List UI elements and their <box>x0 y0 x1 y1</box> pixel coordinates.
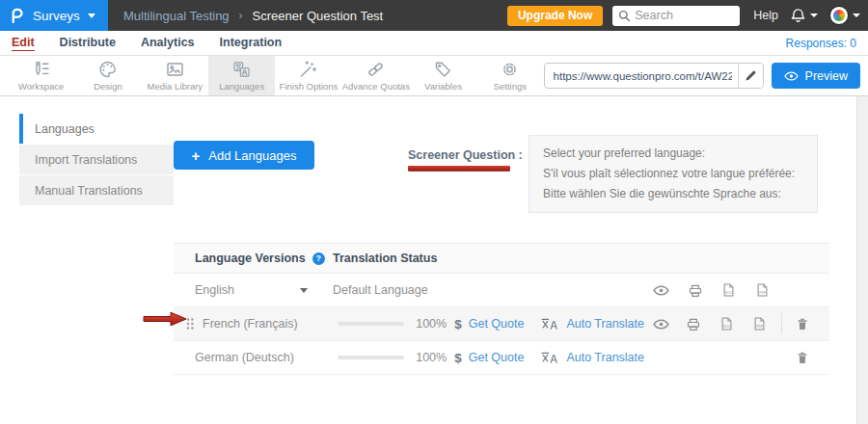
survey-url-input[interactable] <box>545 70 738 82</box>
search-input[interactable] <box>635 9 731 22</box>
get-quote-link[interactable]: Get Quote <box>469 351 525 364</box>
sidebar-item-manual-translations[interactable]: Manual Translations <box>19 175 174 205</box>
responses-count[interactable]: Responses: 0 <box>786 37 856 50</box>
tool-label: Design <box>94 81 122 92</box>
auto-translate-icon <box>540 318 559 331</box>
status-cell: Default Language DOC <box>333 282 820 298</box>
upgrade-now-button[interactable]: Upgrade Now <box>507 6 603 26</box>
help-icon[interactable]: ? <box>312 252 325 265</box>
screener-line-de: Bitte wählen Sie die gewünschte Sprache … <box>543 184 803 204</box>
language-name-cell: French (Français) <box>174 317 333 331</box>
sidebar-item-import-translations[interactable]: Import Translations <box>19 145 174 174</box>
language-name: English <box>195 283 234 297</box>
tool-label: Settings <box>494 81 527 92</box>
svg-text:PDF: PDF <box>759 291 767 295</box>
language-dropdown-caret[interactable] <box>300 288 308 293</box>
questionpro-logo-icon <box>10 7 25 24</box>
svg-text:DOC: DOC <box>722 325 730 329</box>
preview-eye-icon[interactable] <box>644 284 678 297</box>
table-header-row: Language Versions ? Translation Status <box>174 243 829 274</box>
breadcrumb: Multilingual Testing › Screener Question… <box>123 9 383 23</box>
help-link[interactable]: Help <box>753 9 778 22</box>
header-language-label: Language Versions <box>195 252 306 265</box>
content-area: Languages Import Translations Manual Tra… <box>0 96 868 424</box>
tool-design[interactable]: Design <box>74 56 141 95</box>
right-scroll-gutter[interactable] <box>856 96 868 424</box>
tool-finish-options[interactable]: Finish Options <box>275 56 341 95</box>
svg-text:DOC: DOC <box>725 291 733 295</box>
tool-label: Finish Options <box>280 81 339 92</box>
screener-line-en: Select your preferred language: <box>543 144 803 164</box>
account-menu[interactable] <box>829 6 860 25</box>
sidebar-item-label: Manual Translations <box>35 184 143 198</box>
add-languages-button[interactable]: + Add Languages <box>174 141 314 170</box>
red-arrow-annotation <box>143 310 187 328</box>
print-icon[interactable] <box>677 317 710 331</box>
get-quote-link[interactable]: Get Quote <box>469 317 525 331</box>
print-icon[interactable] <box>678 283 712 298</box>
auto-translate-link[interactable]: Auto Translate <box>566 351 644 364</box>
row-actions: DOC PDF <box>644 313 820 334</box>
survey-url-group: Preview <box>544 56 868 95</box>
progress-percent: 100% <box>416 317 447 331</box>
search-icon <box>618 10 631 22</box>
section-nav: Edit Distribute Analytics Integration Re… <box>0 31 868 56</box>
translation-progress-bar <box>338 356 404 359</box>
tab-analytics[interactable]: Analytics <box>141 36 195 50</box>
doc-icon[interactable]: DOC <box>712 282 746 298</box>
tab-integration[interactable]: Integration <box>220 36 283 50</box>
actions-divider <box>781 313 782 334</box>
tool-advance-quotas[interactable]: Advance Quotas <box>342 56 410 95</box>
auto-translate-link[interactable]: Auto Translate <box>566 317 644 331</box>
top-bar: Surveys Multilingual Testing › Screener … <box>0 0 868 31</box>
sidebar-item-label: Languages <box>35 122 95 136</box>
header-translation-status: Translation Status <box>333 252 820 265</box>
preview-eye-icon[interactable] <box>644 318 677 331</box>
tag-icon <box>433 60 453 79</box>
svg-text:PDF: PDF <box>756 325 764 329</box>
breadcrumb-survey-title: Screener Question Test <box>253 9 384 23</box>
tool-media-library[interactable]: Media Library <box>142 56 208 95</box>
preview-button[interactable]: Preview <box>772 63 860 89</box>
tool-workspace[interactable]: Workspace <box>8 56 74 95</box>
notifications-menu[interactable] <box>790 8 818 24</box>
chevron-down-icon <box>810 13 818 17</box>
pdf-icon[interactable]: PDF <box>743 316 775 331</box>
languages-sidebar: Languages Import Translations Manual Tra… <box>19 96 174 424</box>
delete-trash-icon[interactable] <box>784 351 820 365</box>
header-status-label: Translation Status <box>333 252 437 265</box>
tab-distribute[interactable]: Distribute <box>60 36 116 50</box>
edit-url-button[interactable] <box>738 64 763 88</box>
search-box[interactable] <box>612 6 740 26</box>
tool-settings[interactable]: Settings <box>476 56 543 95</box>
screener-question-box: Select your preferred language: S'il vou… <box>529 135 818 213</box>
surveys-menu[interactable]: Surveys <box>0 0 108 31</box>
breadcrumb-folder[interactable]: Multilingual Testing <box>123 9 230 23</box>
default-language-label: Default Language <box>333 283 428 297</box>
tool-variables[interactable]: Variables <box>410 56 476 95</box>
magic-wand-icon <box>298 60 318 79</box>
breadcrumb-separator: › <box>239 9 243 22</box>
table-row-english: English Default Language <box>174 274 829 307</box>
survey-url-box <box>544 63 764 89</box>
chain-links-icon <box>366 60 386 79</box>
table-row-french: French (Français) 100% $ Get Quote Auto … <box>174 307 829 341</box>
tool-label: Languages <box>219 81 264 92</box>
progress-percent: 100% <box>416 351 447 364</box>
tab-edit[interactable]: Edit <box>12 36 35 51</box>
pdf-icon[interactable]: PDF <box>746 282 779 298</box>
eye-icon <box>784 70 799 82</box>
doc-icon[interactable]: DOC <box>710 316 743 331</box>
product-name: Surveys <box>33 9 80 23</box>
actions-divider <box>781 347 782 368</box>
sidebar-item-languages[interactable]: Languages <box>19 114 174 144</box>
translate-icon <box>231 60 252 79</box>
add-languages-label: Add Languages <box>208 148 296 163</box>
languages-main: + Add Languages Screener Question : Sele… <box>174 96 868 424</box>
status-cell: 100% $ Get Quote Auto Translate <box>333 313 820 334</box>
delete-trash-icon[interactable] <box>784 317 820 331</box>
tool-languages[interactable]: Languages <box>208 56 275 95</box>
red-underline-annotation <box>408 166 510 171</box>
tool-label: Advance Quotas <box>342 81 410 92</box>
dollar-icon: $ <box>454 351 462 365</box>
